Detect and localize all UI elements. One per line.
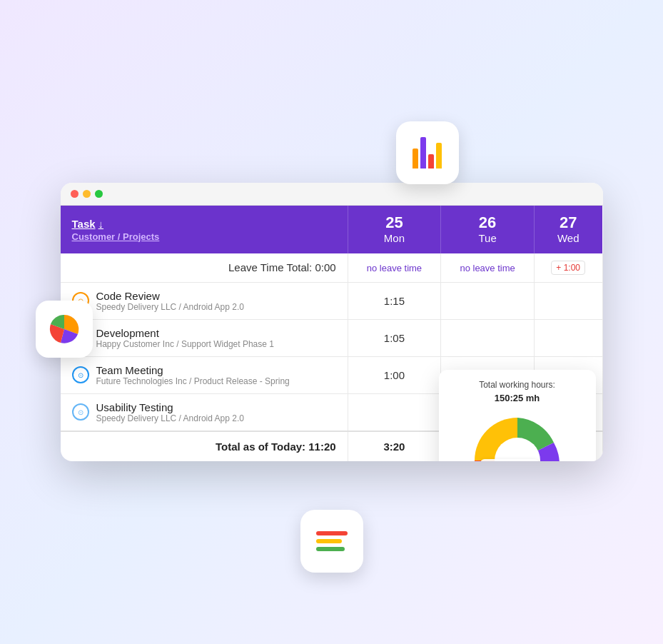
floating-bar-chart-icon	[396, 121, 459, 184]
col3-num: 27	[546, 214, 591, 231]
task-text-1: Development Happy Customer Inc / Support…	[96, 327, 274, 349]
task-name-0[interactable]: Code Review	[96, 290, 244, 302]
task-cell-2: ⊙ Team Meeting Future Technologies Inc /…	[61, 356, 348, 393]
col3-header: 27 Wed	[534, 206, 602, 253]
col3-day: Wed	[557, 232, 580, 244]
donut-chart: Ramirez, Maria 60:10 (30,20%)	[467, 411, 567, 461]
donut-svg	[467, 411, 567, 461]
task-header-cell: Task ↓ Customer / Projects	[72, 218, 336, 242]
task-cell-1: ⊙ Development Happy Customer Inc / Suppo…	[61, 319, 348, 356]
leave-col3: + 1:00	[534, 253, 602, 283]
task-cell-0: ⊙ Code Review Speedy Delivery LLC / Andr…	[61, 282, 348, 319]
task-col2-1	[441, 319, 535, 356]
window-dot-green[interactable]	[95, 190, 103, 198]
donut-tooltip: Ramirez, Maria 60:10 (30,20%)	[480, 459, 540, 461]
task-text-2: Team Meeting Future Technologies Inc / P…	[96, 364, 290, 386]
task-sub-3: Speedy Delivery LLC / Android App 2.0	[96, 413, 244, 423]
bar-1	[413, 149, 418, 168]
task-col1-2[interactable]: 1:00	[348, 356, 441, 393]
task-name-1[interactable]: Development	[96, 327, 274, 339]
bar-2	[420, 137, 426, 168]
list-line-1	[316, 531, 348, 535]
task-row-1: ⊙ Development Happy Customer Inc / Suppo…	[61, 319, 603, 356]
task-col1-3	[348, 393, 441, 431]
task-sub-2: Future Technologies Inc / Product Releas…	[96, 376, 290, 386]
task-icon-3: ⊙	[72, 403, 89, 421]
leave-time-row: Leave Time Total: 0:00 no leave time no …	[61, 253, 603, 283]
col1-day: Mon	[384, 232, 405, 244]
total-label: Total as of Today: 11:20	[61, 431, 348, 461]
col2-num: 26	[452, 214, 522, 231]
task-sort-link[interactable]: Task ↓	[72, 218, 336, 230]
task-info-1: ⊙ Development Happy Customer Inc / Suppo…	[72, 327, 336, 349]
task-sub-1: Happy Customer Inc / Support Widget Phas…	[96, 339, 274, 349]
list-visual	[313, 528, 350, 554]
task-col3-1	[534, 319, 602, 356]
total-col1: 3:20	[348, 431, 441, 461]
task-sub-0: Speedy Delivery LLC / Android App 2.0	[96, 302, 244, 312]
chart-title: Total working hours:	[449, 380, 586, 390]
col1-header: 25 Mon	[348, 206, 441, 253]
task-column-header: Task ↓ Customer / Projects	[61, 206, 348, 253]
window-dot-red[interactable]	[71, 190, 79, 198]
table-header-row: Task ↓ Customer / Projects 25 Mon 26 Tue	[61, 206, 603, 253]
leave-time-label: Leave Time Total: 0:00	[61, 253, 348, 283]
leave-col1: no leave time	[348, 253, 441, 283]
task-col3-0	[534, 282, 602, 319]
task-col2-0	[441, 282, 535, 319]
floating-list-icon	[300, 510, 363, 573]
list-line-3	[316, 547, 345, 551]
task-label: Task	[72, 218, 96, 230]
task-cell-3: ⊙ Usability Testing Speedy Delivery LLC …	[61, 393, 348, 431]
col2-header: 26 Tue	[441, 206, 535, 253]
no-leave-link-2[interactable]: no leave time	[460, 263, 515, 273]
task-row-0: ⊙ Code Review Speedy Delivery LLC / Andr…	[61, 282, 603, 319]
bar-3	[428, 154, 434, 168]
task-col1-0[interactable]: 1:15	[348, 282, 441, 319]
main-window: Task ↓ Customer / Projects 25 Mon 26 Tue	[61, 183, 603, 461]
task-col1-1[interactable]: 1:05	[348, 319, 441, 356]
window-dot-yellow[interactable]	[83, 190, 91, 198]
leave-col2: no leave time	[441, 253, 535, 283]
task-name-3[interactable]: Usability Testing	[96, 401, 244, 413]
task-info-3: ⊙ Usability Testing Speedy Delivery LLC …	[72, 401, 336, 423]
task-info-2: ⊙ Team Meeting Future Technologies Inc /…	[72, 364, 336, 386]
task-name-2[interactable]: Team Meeting	[96, 364, 290, 376]
task-text-0: Code Review Speedy Delivery LLC / Androi…	[96, 290, 244, 312]
customer-projects-link[interactable]: Customer / Projects	[72, 231, 336, 242]
task-text-3: Usability Testing Speedy Delivery LLC / …	[96, 401, 244, 423]
task-info-0: ⊙ Code Review Speedy Delivery LLC / Andr…	[72, 290, 336, 312]
col1-num: 25	[360, 214, 430, 231]
col2-day: Tue	[478, 232, 496, 244]
floating-pie-icon	[36, 301, 93, 358]
bar-chart-visual	[413, 137, 442, 168]
pie-chart-mini	[46, 311, 82, 347]
chart-popup: Total working hours: 150:25 mh	[439, 370, 596, 461]
window-chrome	[61, 183, 603, 206]
sort-icon: ↓	[98, 218, 104, 230]
task-icon-2: ⊙	[72, 366, 89, 383]
chart-total: 150:25 mh	[449, 393, 586, 403]
list-line-2	[316, 539, 342, 543]
bar-4	[436, 143, 442, 168]
leave-badge[interactable]: + 1:00	[551, 261, 585, 275]
no-leave-link-1[interactable]: no leave time	[367, 263, 422, 273]
